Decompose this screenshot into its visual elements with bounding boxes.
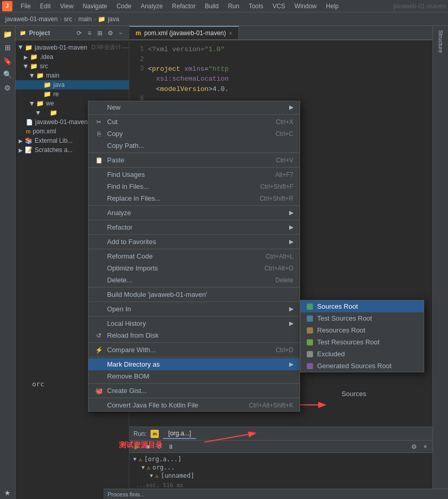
ctx-analyze-arrow: ▶ bbox=[289, 209, 293, 216]
ctx-item-build-module[interactable]: Build Module 'javaweb-01-maven' bbox=[88, 289, 300, 300]
expand-arrow-we: ▶ bbox=[29, 101, 35, 105]
ctx-sep-5 bbox=[88, 220, 300, 220]
project-icon[interactable]: 📁 bbox=[2, 28, 14, 40]
ctx-item-copy-path[interactable]: Copy Path... bbox=[88, 140, 300, 152]
context-menu: New ▶ ✂ Cut Ctrl+X ⎘ Copy Ctrl+C Copy Pa… bbox=[88, 101, 300, 412]
menu-tools[interactable]: Tools bbox=[245, 2, 267, 11]
breadcrumb-item-java[interactable]: 📁 java bbox=[98, 16, 119, 23]
ctx-item-create-gist[interactable]: 🐙 Create Gist... bbox=[88, 385, 300, 397]
tab-close-pom[interactable]: × bbox=[229, 31, 232, 36]
run-play-button[interactable]: ▶ bbox=[131, 442, 142, 452]
ctx-mark-dir-label: Mark Directory as bbox=[107, 360, 285, 368]
bookmarks-icon[interactable]: 🔖 bbox=[2, 55, 14, 67]
run-tab-item[interactable]: [org.a...] bbox=[163, 429, 196, 439]
minimize-icon[interactable]: − bbox=[116, 29, 125, 37]
ctx-item-reload[interactable]: ↺ Reload from Disk bbox=[88, 329, 300, 341]
filter-icon[interactable]: ⊞ bbox=[96, 29, 104, 37]
settings-panel-icon[interactable]: ⚙ bbox=[106, 29, 114, 37]
tree-item-src[interactable]: ▶ 📁 src bbox=[16, 62, 129, 71]
tree-scratches-name: Scratches a... bbox=[35, 146, 72, 154]
pom-file-icon: m bbox=[26, 128, 31, 134]
ctx-item-delete[interactable]: Delete... Delete bbox=[88, 274, 300, 286]
menu-code[interactable]: Code bbox=[112, 2, 136, 11]
expand-arrow-unnamed: ▶ bbox=[36, 111, 41, 115]
ctx-item-local-history[interactable]: Local History ▶ bbox=[88, 317, 300, 329]
tree-item-main[interactable]: ▶ 📁 main bbox=[16, 71, 129, 80]
ctx-item-find-files[interactable]: Find in Files... Ctrl+Shift+F bbox=[88, 180, 300, 192]
run-tab-icon-letter: m bbox=[153, 431, 157, 436]
breadcrumb-item-src[interactable]: src bbox=[64, 16, 72, 23]
ctx-sep-7 bbox=[88, 249, 300, 249]
breadcrumb-item-project[interactable]: javaweb-01-maven bbox=[5, 16, 57, 23]
run-stop-button[interactable]: ■ bbox=[143, 442, 153, 452]
run-rerun-button[interactable]: ↺ bbox=[154, 442, 165, 452]
ctx-item-cut[interactable]: ✂ Cut Ctrl+X bbox=[88, 116, 300, 128]
tree-item-re[interactable]: 📁 re bbox=[16, 89, 129, 99]
tab-pom-xml[interactable]: m pom.xml (javaweb-01-maven) × bbox=[129, 26, 239, 39]
menu-help[interactable]: Help bbox=[322, 2, 343, 11]
menu-file[interactable]: File bbox=[17, 2, 35, 11]
code-text-1: <?xml version="1.0" bbox=[148, 44, 225, 55]
breadcrumb-item-main[interactable]: main bbox=[78, 16, 92, 23]
run-tree-child2[interactable]: ▶ ⚠ [unnamed] bbox=[133, 472, 428, 480]
favorites-icon[interactable]: ★ bbox=[2, 487, 14, 499]
submenu-excluded[interactable]: Excluded bbox=[301, 348, 424, 360]
tree-item-root[interactable]: ▶ 📁 javaweb-01-maven D:\毕业设计——李曼秋\untitl… bbox=[16, 42, 129, 52]
expand-arrow-main: ▶ bbox=[29, 73, 35, 78]
ctx-item-optimize[interactable]: Optimize Imports Ctrl+Alt+O bbox=[88, 262, 300, 274]
ctx-sep-2 bbox=[88, 153, 300, 153]
ctx-item-refactor[interactable]: Refactor ▶ bbox=[88, 221, 300, 233]
submenu-test-sources-root[interactable]: Test Sources Root bbox=[301, 312, 424, 324]
ctx-item-reformat[interactable]: Reformat Code Ctrl+Alt+L bbox=[88, 250, 300, 262]
ctx-item-mark-dir[interactable]: Mark Directory as ▶ bbox=[88, 358, 300, 370]
ctx-item-remove-bom[interactable]: Remove BOM bbox=[88, 370, 300, 382]
ctx-cut-shortcut: Ctrl+X bbox=[276, 118, 293, 126]
menu-refactor[interactable]: Refactor bbox=[168, 2, 200, 11]
ctx-item-paste[interactable]: 📋 Paste Ctrl+V bbox=[88, 154, 300, 166]
menu-vcs[interactable]: VCS bbox=[268, 2, 290, 11]
breadcrumb-sep-2: › bbox=[74, 16, 76, 23]
menu-view[interactable]: View bbox=[56, 2, 78, 11]
line-num-1: 1 bbox=[131, 44, 144, 55]
ctx-compare-shortcut: Ctrl+D bbox=[276, 346, 293, 354]
run-tree-child1[interactable]: ▶ ⚠ org... bbox=[133, 463, 428, 472]
ctx-item-copy[interactable]: ⎘ Copy Ctrl+C bbox=[88, 128, 300, 140]
run-pause-button[interactable]: ⏸ bbox=[166, 442, 176, 452]
run-tree-root[interactable]: ▶ ⚠ [org.a...] bbox=[133, 455, 428, 463]
run-tree-child1-label: org... bbox=[153, 464, 175, 471]
find-icon[interactable]: 🔍 bbox=[2, 68, 14, 81]
menu-edit[interactable]: Edit bbox=[36, 2, 55, 11]
tree-root-path: D:\毕业设计——李曼秋\untitled\java bbox=[91, 43, 129, 51]
ctx-item-analyze[interactable]: Analyze ▶ bbox=[88, 207, 300, 219]
tree-item-idea[interactable]: ▶ 📁 .idea bbox=[16, 52, 129, 62]
ctx-remove-bom-label: Remove BOM bbox=[107, 372, 293, 380]
submenu-test-resources-root[interactable]: Test Resources Root bbox=[301, 336, 424, 348]
ctx-item-replace-files[interactable]: Replace in Files... Ctrl+Shift+R bbox=[88, 192, 300, 204]
tree-item-java[interactable]: 📁 java bbox=[16, 80, 129, 89]
code-text-5: <modelVersion>4.0. bbox=[148, 84, 229, 95]
submenu-generated-sources[interactable]: Generated Sources Root bbox=[301, 360, 424, 372]
ctx-item-new[interactable]: New ▶ bbox=[88, 101, 300, 113]
menu-analyze[interactable]: Analyze bbox=[137, 2, 167, 11]
line-num-4 bbox=[131, 74, 144, 84]
submenu-sources-root[interactable]: Sources Root bbox=[301, 300, 424, 312]
structure-icon[interactable]: ⊞ bbox=[2, 41, 14, 54]
menu-window[interactable]: Window bbox=[290, 2, 321, 11]
ctx-item-compare[interactable]: ⚡ Compare With... Ctrl+D bbox=[88, 344, 300, 356]
tree-main-name: main bbox=[46, 72, 59, 79]
menu-navigate[interactable]: Navigate bbox=[79, 2, 111, 11]
ctx-item-open-in[interactable]: Open In ▶ bbox=[88, 303, 300, 315]
ctx-item-find-usages[interactable]: Find Usages Alt+F7 bbox=[88, 169, 300, 180]
settings-icon[interactable]: ⚙ bbox=[2, 82, 14, 94]
sync-icon[interactable]: ⟳ bbox=[75, 29, 83, 37]
structure-panel-tab[interactable]: Structure bbox=[437, 28, 445, 55]
line-num-3: 3 bbox=[131, 64, 144, 74]
ctx-item-add-favorites[interactable]: Add to Favorites ▶ bbox=[88, 236, 300, 248]
run-close-button[interactable]: × bbox=[420, 442, 430, 452]
menu-build[interactable]: Build bbox=[201, 2, 223, 11]
run-settings-button[interactable]: ⚙ bbox=[409, 442, 419, 452]
menu-run[interactable]: Run bbox=[224, 2, 244, 11]
collapse-all-icon[interactable]: ≡ bbox=[85, 29, 94, 37]
ctx-item-convert-kotlin[interactable]: Convert Java File to Kotlin File Ctrl+Al… bbox=[88, 399, 300, 411]
submenu-resources-root[interactable]: Resources Root bbox=[301, 324, 424, 336]
